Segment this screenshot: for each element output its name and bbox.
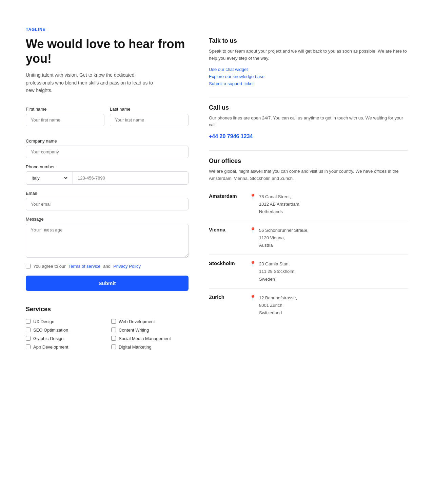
privacy-link[interactable]: Privacy Policy bbox=[113, 264, 141, 269]
office-city-zurich: Zurich bbox=[209, 294, 243, 300]
last-name-input[interactable] bbox=[110, 114, 189, 126]
subtitle: Uniting talent with vision. Get to know … bbox=[26, 71, 155, 94]
services-section: Services UX Design Web Development SEO O… bbox=[26, 306, 189, 350]
offices-grid: Amsterdam 📍 78 Canal Street,1012 AB Amst… bbox=[209, 188, 408, 322]
offices-desc: We are global, might aswell that you can… bbox=[209, 168, 408, 182]
terms-checkbox[interactable] bbox=[26, 264, 31, 268]
company-group: Company name bbox=[26, 138, 189, 158]
talk-section: Talk to us Speak to our team about your … bbox=[209, 37, 408, 86]
service-label-content: Content Writing bbox=[119, 328, 149, 333]
last-name-label: Last name bbox=[110, 107, 189, 112]
email-label: Email bbox=[26, 191, 189, 196]
top-section: TAGLINE We would love to hear from you! … bbox=[26, 27, 408, 350]
service-item-seo: SEO Optimization bbox=[26, 328, 103, 333]
service-checkbox-app[interactable] bbox=[26, 344, 31, 349]
service-checkbox-ux[interactable] bbox=[26, 319, 31, 324]
call-title: Call us bbox=[209, 104, 408, 111]
office-address-text-amsterdam: 78 Canal Street,1012 AB Amsterdam,Nether… bbox=[259, 193, 300, 216]
services-title: Services bbox=[26, 306, 189, 313]
office-address-text-zurich: 12 Bahnhofstrasse,8001 Zurich,Switzerlan… bbox=[259, 294, 297, 317]
talk-links: Use our chat widget Explore our knowledg… bbox=[209, 67, 408, 86]
office-address-amsterdam: 📍 78 Canal Street,1012 AB Amsterdam,Neth… bbox=[250, 193, 300, 216]
phone-label: Phone number bbox=[26, 164, 189, 169]
page-wrapper: TAGLINE We would love to hear from you! … bbox=[0, 0, 434, 377]
message-textarea[interactable] bbox=[26, 224, 189, 258]
service-item-content: Content Writing bbox=[111, 328, 189, 333]
message-group: Message bbox=[26, 217, 189, 258]
main-title: We would love to hear from you! bbox=[26, 37, 189, 66]
location-icon-zurich: 📍 bbox=[250, 295, 256, 301]
terms-link[interactable]: Terms of service bbox=[68, 264, 101, 269]
location-icon-vienna: 📍 bbox=[250, 227, 256, 234]
service-checkbox-web[interactable] bbox=[111, 319, 116, 324]
first-name-group: First name bbox=[26, 107, 104, 126]
service-checkbox-digital[interactable] bbox=[111, 344, 116, 349]
company-input[interactable] bbox=[26, 146, 189, 158]
phone-group: Phone number Italy United States United … bbox=[26, 164, 189, 185]
service-item-web: Web Development bbox=[111, 319, 189, 324]
phone-link[interactable]: +44 20 7946 1234 bbox=[209, 133, 253, 139]
office-row-vienna: Vienna 📍 56 Schönbrunner Straße,1120 Vie… bbox=[209, 221, 408, 255]
submit-button[interactable]: Submit bbox=[26, 276, 189, 291]
contact-form: First name Last name Company name Phone … bbox=[26, 107, 189, 303]
chat-widget-link[interactable]: Use our chat widget bbox=[209, 67, 408, 72]
right-column: Talk to us Speak to our team about your … bbox=[209, 27, 408, 333]
location-icon-amsterdam: 📍 bbox=[250, 193, 256, 200]
country-select[interactable]: Italy United States United Kingdom Germa… bbox=[30, 175, 68, 181]
service-checkbox-graphic[interactable] bbox=[26, 336, 31, 341]
office-address-text-stockholm: 23 Gamla Stan,111 29 Stockholm,Sweden bbox=[259, 260, 296, 283]
office-address-stockholm: 📍 23 Gamla Stan,111 29 Stockholm,Sweden bbox=[250, 260, 296, 283]
service-item-social: Social Media Management bbox=[111, 336, 189, 341]
call-section: Call us Our phones lines are open 24/7. … bbox=[209, 104, 408, 140]
service-checkbox-seo[interactable] bbox=[26, 328, 31, 332]
service-label-digital: Digital Marketing bbox=[119, 344, 152, 350]
service-item-digital: Digital Marketing bbox=[111, 344, 189, 350]
service-label-seo: SEO Optimization bbox=[33, 328, 68, 333]
service-label-graphic: Graphic Design bbox=[33, 336, 64, 341]
service-checkbox-content[interactable] bbox=[111, 328, 116, 332]
talk-desc: Speak to our team about your project and… bbox=[209, 48, 408, 62]
company-label: Company name bbox=[26, 138, 189, 144]
office-row-zurich: Zurich 📍 12 Bahnhofstrasse,8001 Zurich,S… bbox=[209, 289, 408, 322]
name-row: First name Last name bbox=[26, 107, 189, 132]
talk-title: Talk to us bbox=[209, 37, 408, 44]
service-label-ux: UX Design bbox=[33, 319, 54, 324]
service-label-app: App Development bbox=[33, 344, 68, 350]
service-item-ux: UX Design bbox=[26, 319, 103, 324]
office-city-vienna: Vienna bbox=[209, 227, 243, 232]
service-item-app: App Development bbox=[26, 344, 103, 350]
divider-1 bbox=[209, 97, 408, 97]
knowledge-base-link[interactable]: Explore our knowledge base bbox=[209, 74, 408, 79]
first-name-label: First name bbox=[26, 107, 104, 112]
message-label: Message bbox=[26, 217, 189, 222]
email-group: Email bbox=[26, 191, 189, 210]
phone-country-selector[interactable]: Italy United States United Kingdom Germa… bbox=[26, 172, 73, 184]
left-column: TAGLINE We would love to hear from you! … bbox=[26, 27, 189, 350]
location-icon-stockholm: 📍 bbox=[250, 261, 256, 267]
email-input[interactable] bbox=[26, 198, 189, 210]
and-text: and bbox=[103, 264, 111, 269]
offices-section: Our offices We are global, might aswell … bbox=[209, 157, 408, 322]
service-label-web: Web Development bbox=[119, 319, 155, 324]
service-label-social: Social Media Management bbox=[119, 336, 171, 341]
tagline: TAGLINE bbox=[26, 27, 189, 32]
phone-number-input[interactable] bbox=[73, 172, 188, 184]
terms-row: You agree to our Terms of service and Pr… bbox=[26, 264, 189, 269]
office-address-vienna: 📍 56 Schönbrunner Straße,1120 Vienna,Aus… bbox=[250, 227, 309, 249]
office-city-stockholm: Stockholm bbox=[209, 260, 243, 266]
last-name-group: Last name bbox=[110, 107, 189, 126]
office-address-text-vienna: 56 Schönbrunner Straße,1120 Vienna,Austr… bbox=[259, 227, 309, 249]
office-row-amsterdam: Amsterdam 📍 78 Canal Street,1012 AB Amst… bbox=[209, 188, 408, 221]
office-row-stockholm: Stockholm 📍 23 Gamla Stan,111 29 Stockho… bbox=[209, 255, 408, 288]
terms-text: You agree to our bbox=[33, 264, 66, 269]
support-ticket-link[interactable]: Submit a support ticket bbox=[209, 81, 408, 86]
phone-row: Italy United States United Kingdom Germa… bbox=[26, 171, 189, 185]
services-grid: UX Design Web Development SEO Optimizati… bbox=[26, 319, 189, 350]
service-checkbox-social[interactable] bbox=[111, 336, 116, 341]
office-address-zurich: 📍 12 Bahnhofstrasse,8001 Zurich,Switzerl… bbox=[250, 294, 297, 317]
office-city-amsterdam: Amsterdam bbox=[209, 193, 243, 199]
call-desc: Our phones lines are open 24/7. You can … bbox=[209, 115, 408, 129]
offices-title: Our offices bbox=[209, 157, 408, 165]
service-item-graphic: Graphic Design bbox=[26, 336, 103, 341]
first-name-input[interactable] bbox=[26, 114, 104, 126]
